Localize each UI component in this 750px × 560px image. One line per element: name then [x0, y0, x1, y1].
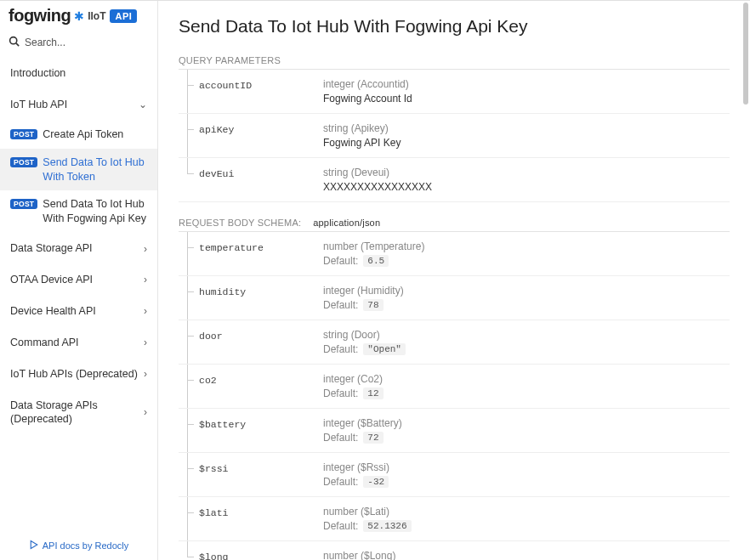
param-row[interactable]: co2integer (Co2)Default:12 — [179, 365, 730, 409]
page-title: Send Data To Iot Hub With Fogwing Api Ke… — [179, 16, 730, 37]
param-description: Fogwing API Key — [323, 137, 730, 149]
post-badge: POST — [10, 199, 37, 209]
main-content: Send Data To Iot Hub With Fogwing Api Ke… — [158, 1, 750, 560]
param-row[interactable]: humidityinteger (Humidity)Default:78 — [179, 276, 730, 320]
sidebar-item-iot-hub-deprecated[interactable]: IoT Hub APIs (Deprecated) › — [0, 359, 157, 390]
query-parameters-label: QUERY PARAMETERS — [179, 55, 730, 70]
default-value: 6.5 — [363, 255, 389, 267]
param-row[interactable]: accountIDinteger (Accountid)Fogwing Acco… — [179, 70, 730, 114]
mime-type: application/json — [313, 218, 380, 228]
tree-marker-icon — [182, 285, 194, 311]
tree-marker-icon — [182, 78, 194, 105]
default-value: 52.1326 — [363, 520, 411, 532]
chevron-right-icon: › — [144, 243, 147, 255]
request-body-schema-label: REQUEST BODY SCHEMA: application/json — [179, 218, 730, 232]
search-placeholder: Search... — [25, 37, 65, 48]
param-default: Default:6.5 — [323, 255, 730, 267]
param-type: string (Apikey) — [323, 122, 730, 134]
sidebar-item-send-data-apikey[interactable]: POST Send Data To Iot Hub With Fogwing A… — [0, 190, 157, 233]
chevron-right-icon: › — [144, 305, 147, 317]
param-type: number ($Lati) — [323, 506, 730, 518]
param-default: Default:12 — [323, 387, 730, 399]
param-name: apiKey — [199, 122, 234, 135]
param-default: Default:78 — [323, 299, 730, 311]
scrollbar[interactable] — [743, 1, 748, 560]
param-name: $battery — [199, 417, 246, 430]
chevron-right-icon: › — [144, 368, 147, 380]
param-name: accountID — [199, 78, 252, 91]
tree-marker-icon — [182, 329, 194, 355]
scrollbar-thumb[interactable] — [743, 3, 748, 105]
param-row[interactable]: $latinumber ($Lati)Default:52.1326 — [179, 497, 730, 541]
param-name: $long — [199, 550, 229, 560]
param-default: Default:52.1326 — [323, 520, 730, 532]
sidebar-item-command-api[interactable]: Command API › — [0, 327, 157, 359]
tree-marker-icon — [182, 122, 194, 149]
param-type: integer (Accountid) — [323, 78, 730, 90]
param-type: string (Door) — [323, 329, 730, 341]
param-name: $rssi — [199, 461, 229, 474]
tree-marker-icon — [182, 461, 194, 488]
search-icon — [9, 36, 20, 49]
logo-sub: IIoT — [88, 10, 105, 22]
param-name: devEui — [199, 167, 234, 179]
chevron-right-icon: › — [144, 406, 147, 418]
gear-icon: ✱ — [74, 9, 84, 23]
chevron-down-icon: ⌄ — [139, 99, 147, 110]
param-name: door — [199, 329, 223, 342]
sidebar-item-otaa-device-api[interactable]: OTAA Device API › — [0, 264, 157, 296]
param-name: co2 — [199, 373, 217, 386]
default-value: "Open" — [363, 343, 406, 355]
sidebar: fogwing ✱ IIoT API Search... Introductio… — [0, 1, 158, 560]
param-name: humidity — [199, 285, 246, 297]
sidebar-item-introduction[interactable]: Introduction — [0, 58, 157, 89]
param-row[interactable]: devEuistring (Deveui)XXXXXXXXXXXXXXXX — [179, 158, 730, 202]
sidebar-item-data-storage-deprecated[interactable]: Data Storage APIs (Deprecated) › — [0, 390, 157, 436]
param-row[interactable]: $batteryinteger ($Battery)Default:72 — [179, 409, 730, 453]
tree-marker-icon — [182, 550, 194, 560]
default-value: 12 — [363, 387, 383, 399]
sidebar-item-send-data-token[interactable]: POST Send Data To Iot Hub With Token — [0, 149, 157, 191]
param-row[interactable]: $rssiinteger ($Rssi)Default:-32 — [179, 453, 730, 497]
nav: Introduction IoT Hub API ⌄ POST Create A… — [0, 58, 157, 531]
param-default: Default:72 — [323, 432, 730, 444]
tree-marker-icon — [182, 373, 194, 399]
sidebar-item-device-health-api[interactable]: Device Health API › — [0, 296, 157, 327]
sidebar-item-iot-hub-api[interactable]: IoT Hub API ⌄ — [0, 89, 157, 121]
param-default: Default:"Open" — [323, 343, 730, 355]
svg-point-0 — [10, 37, 17, 44]
footer-redocly-link[interactable]: API docs by Redocly — [0, 531, 157, 560]
param-type: number (Temperature) — [323, 240, 730, 252]
search-input[interactable]: Search... — [0, 32, 157, 58]
logo-brand: fogwing — [9, 6, 71, 25]
post-badge: POST — [10, 157, 37, 167]
param-row[interactable]: doorstring (Door)Default:"Open" — [179, 320, 730, 365]
post-badge: POST — [10, 129, 37, 139]
param-name: $lati — [199, 506, 229, 518]
param-type: number ($Long) — [323, 550, 730, 560]
tree-marker-icon — [182, 167, 194, 193]
param-row[interactable]: $longnumber ($Long)Default:77.1346 — [179, 541, 730, 560]
param-default: Default:-32 — [323, 476, 730, 488]
param-type: integer ($Battery) — [323, 417, 730, 429]
redocly-icon — [29, 540, 39, 552]
param-type: integer (Humidity) — [323, 285, 730, 297]
chevron-right-icon: › — [144, 274, 147, 286]
tree-marker-icon — [182, 506, 194, 532]
sidebar-item-data-storage-api[interactable]: Data Storage API › — [0, 233, 157, 264]
tree-marker-icon — [182, 417, 194, 444]
chevron-right-icon: › — [144, 337, 147, 348]
param-type: string (Deveui) — [323, 167, 730, 178]
svg-line-1 — [16, 43, 19, 46]
param-type: integer (Co2) — [323, 373, 730, 385]
default-value: -32 — [363, 476, 389, 488]
param-row[interactable]: temperaturenumber (Temperature)Default:6… — [179, 232, 730, 276]
default-value: 78 — [363, 299, 383, 311]
param-name: temperature — [199, 240, 264, 253]
param-description: XXXXXXXXXXXXXXXX — [323, 181, 730, 193]
logo: fogwing ✱ IIoT API — [0, 1, 157, 32]
param-type: integer ($Rssi) — [323, 461, 730, 473]
param-description: Fogwing Account Id — [323, 93, 730, 105]
param-row[interactable]: apiKeystring (Apikey)Fogwing API Key — [179, 114, 730, 158]
sidebar-item-create-api-token[interactable]: POST Create Api Token — [0, 121, 157, 149]
